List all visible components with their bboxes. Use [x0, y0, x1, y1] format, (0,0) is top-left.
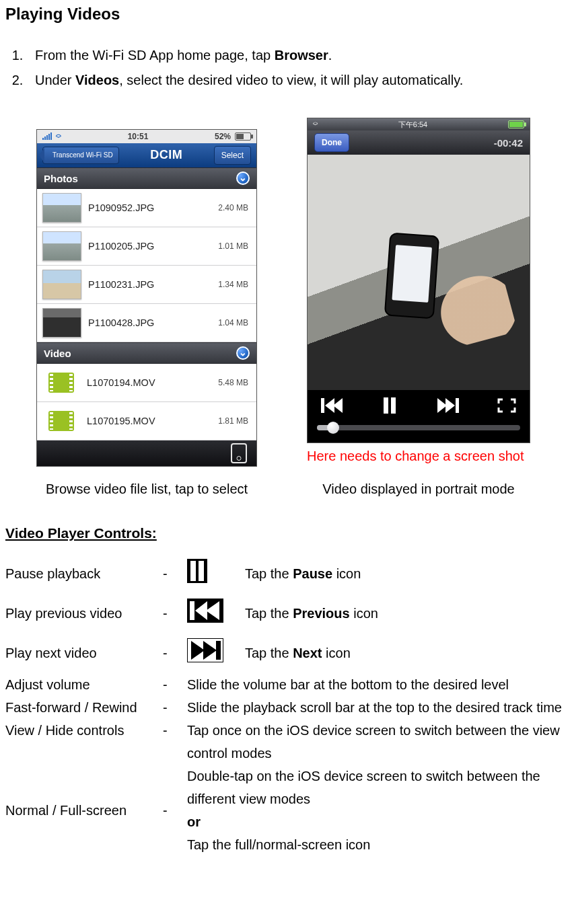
- text-bold: Previous: [293, 606, 349, 621]
- status-bar: ⌔ 下午6:54: [308, 118, 530, 130]
- next-button[interactable]: [436, 397, 459, 414]
- photo-thumb: [42, 308, 81, 338]
- svg-rect-12: [190, 601, 194, 620]
- step-1-bold: Browser: [275, 48, 328, 63]
- bottom-bar: [37, 440, 256, 466]
- nav-bar: Transcend Wi-Fi SD DCIM Select: [37, 143, 256, 167]
- list-item[interactable]: P1100428.JPG 1.04 MB: [37, 304, 256, 342]
- control-label: Adjust volume: [5, 673, 163, 696]
- caption-browser: Browse video file list, tap to select: [46, 479, 248, 500]
- screenshot-browser: ⌔ 10:51 52% Transcend Wi-Fi SD DCIM Sele…: [36, 129, 257, 467]
- text: icon: [322, 646, 351, 660]
- dash: -: [163, 765, 187, 856]
- file-name: P1100205.JPG: [88, 239, 211, 254]
- list-item[interactable]: L1070194.MOV 5.48 MB: [37, 364, 256, 402]
- control-desc: Slide the volume bar at the bottom to th…: [187, 673, 567, 696]
- control-row-prev: Play previous video - Tap the Previous i…: [5, 594, 567, 633]
- svg-marker-1: [325, 398, 334, 413]
- player-controls: [308, 390, 530, 442]
- control-desc: Tap the Next icon: [245, 633, 567, 673]
- previous-icon: [187, 599, 223, 629]
- svg-rect-0: [321, 398, 324, 413]
- status-time: 10:51: [128, 130, 149, 143]
- photo-thumb: [42, 270, 81, 299]
- text-bold: or: [187, 814, 201, 829]
- pause-button[interactable]: [382, 397, 397, 414]
- video-area[interactable]: [308, 155, 530, 390]
- text: icon: [350, 606, 378, 621]
- file-name: L1070194.MOV: [87, 375, 211, 390]
- progress-slider[interactable]: [317, 425, 520, 430]
- control-label: Pause playback: [5, 554, 163, 594]
- status-bar: ⌔ 10:51 52%: [37, 130, 256, 143]
- list-item[interactable]: P1100231.JPG 1.34 MB: [37, 266, 256, 304]
- device-icon[interactable]: [231, 443, 247, 463]
- file-size: 5.48 MB: [218, 377, 248, 389]
- control-desc: Double-tap on the iOS device screen to s…: [187, 765, 567, 856]
- file-name: P1100428.JPG: [88, 315, 211, 330]
- battery-icon: [235, 132, 251, 141]
- controls-table: Pause playback - Tap the Pause icon Play…: [5, 554, 567, 856]
- select-button[interactable]: Select: [214, 146, 251, 165]
- step-1-text-c: .: [328, 48, 332, 63]
- list-item[interactable]: P1100205.JPG 1.01 MB: [37, 227, 256, 266]
- svg-rect-9: [190, 561, 196, 581]
- chevron-down-icon: ⌄: [236, 346, 250, 360]
- done-button[interactable]: Done: [314, 133, 349, 153]
- text: icon: [332, 566, 361, 581]
- control-row-view: View / Hide controls - Tap once on the i…: [5, 719, 567, 765]
- photo-thumb: [42, 193, 81, 223]
- dash: -: [163, 696, 187, 719]
- back-button[interactable]: Transcend Wi-Fi SD: [42, 147, 119, 164]
- section-photos[interactable]: Photos ⌄: [37, 167, 256, 189]
- file-size: 1.34 MB: [218, 278, 248, 291]
- file-size: 1.01 MB: [218, 240, 248, 253]
- control-row-pause: Pause playback - Tap the Pause icon: [5, 554, 567, 594]
- file-name: P1090952.JPG: [88, 200, 211, 215]
- control-desc: Tap the Pause icon: [245, 554, 567, 594]
- wifi-icon: ⌔: [313, 118, 318, 131]
- text: Tap the full/normal-screen icon: [187, 837, 370, 852]
- control-row-next: Play next video - Tap the Next icon: [5, 633, 567, 673]
- file-size: 1.04 MB: [218, 317, 248, 330]
- control-label: Fast-forward / Rewind: [5, 696, 163, 719]
- list-item[interactable]: L1070195.MOV 1.81 MB: [37, 402, 256, 440]
- dash: -: [163, 554, 187, 594]
- section-photos-label: Photos: [44, 171, 78, 186]
- svg-rect-4: [391, 397, 396, 414]
- svg-rect-18: [216, 641, 221, 660]
- video-thumb: [42, 369, 80, 397]
- pause-icon: [187, 559, 207, 589]
- list-item[interactable]: P1090952.JPG 2.40 MB: [37, 189, 256, 227]
- control-desc: Slide the playback scroll bar at the top…: [187, 696, 567, 719]
- fullscreen-button[interactable]: [497, 398, 516, 413]
- film-icon: [48, 411, 74, 431]
- step-2-text-a: Under: [35, 73, 75, 87]
- text: Double-tap on the iOS device screen to s…: [187, 769, 540, 806]
- control-row-volume: Adjust volume - Slide the volume bar at …: [5, 673, 567, 696]
- section-video[interactable]: Video ⌄: [37, 342, 256, 364]
- control-row-fullscreen: Normal / Full-screen - Double-tap on the…: [5, 765, 567, 856]
- svg-marker-2: [333, 398, 343, 413]
- control-label: Play previous video: [5, 594, 163, 633]
- page-title: Playing Videos: [5, 1, 567, 26]
- editor-note: Here needs to change a screen shot: [307, 446, 524, 467]
- signal-icon: [42, 133, 52, 140]
- svg-rect-8: [187, 559, 207, 583]
- file-name: P1100231.JPG: [88, 277, 211, 292]
- video-thumb: [42, 407, 80, 435]
- svg-rect-10: [199, 561, 204, 581]
- caption-player: Video displayed in portrait mode: [322, 479, 514, 500]
- control-desc: Tap the Previous icon: [245, 594, 567, 633]
- previous-button[interactable]: [321, 397, 344, 414]
- text: Tap the: [245, 566, 293, 581]
- step-list: From the Wi-Fi SD App home page, tap Bro…: [5, 45, 567, 91]
- control-label: Play next video: [5, 633, 163, 673]
- step-2-bold: Videos: [75, 73, 119, 87]
- file-name: L1070195.MOV: [87, 414, 211, 428]
- text: Tap the: [245, 606, 293, 621]
- battery-icon: [508, 120, 524, 128]
- file-size: 2.40 MB: [218, 202, 248, 215]
- next-icon: [187, 638, 223, 668]
- film-icon: [48, 373, 74, 393]
